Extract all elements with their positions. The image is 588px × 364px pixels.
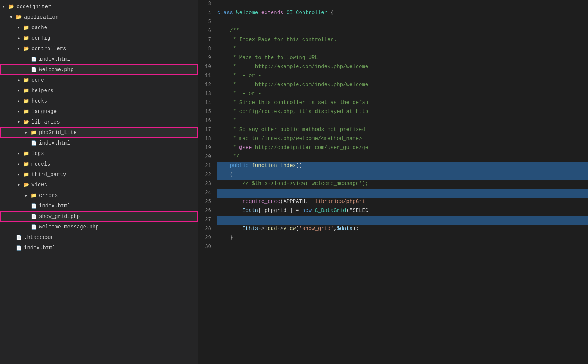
- tree-item-hooks[interactable]: hooks: [0, 96, 198, 106]
- tree-arrow-libraries[interactable]: [15, 120, 22, 124]
- folder-icon: [15, 14, 22, 20]
- tree-item-index-html-ctrl[interactable]: index.html: [0, 54, 198, 64]
- tree-item-cache[interactable]: cache: [0, 22, 198, 33]
- tree-item-label: libraries: [31, 119, 60, 125]
- folder-icon: [7, 4, 15, 10]
- code-line-18: 18 * map to /index.php/welcome/<method_n…: [198, 135, 588, 144]
- code-line-5: 5: [198, 18, 588, 27]
- code-editor: 3 4 class Welcome extends CI_Controller …: [198, 0, 588, 364]
- tree-item-label: codeigniter: [16, 4, 51, 10]
- code-line-7: 7 * Index Page for this controller.: [198, 36, 588, 45]
- tree-item-index-html-root[interactable]: index.html: [0, 243, 198, 253]
- folder-icon: [22, 88, 30, 94]
- code-line-10: 10 * http://example.com/index.php/welcom…: [198, 63, 588, 72]
- code-line-14: 14 * Since this controller is set as the…: [198, 99, 588, 108]
- tree-item-label: config: [31, 35, 50, 41]
- tree-item-label: show_grid.php: [39, 213, 80, 219]
- folder-icon: [30, 130, 37, 136]
- tree-item-index-html-views[interactable]: index.html: [0, 201, 198, 211]
- tree-arrow-logs[interactable]: [15, 151, 22, 156]
- file-icon: [15, 235, 22, 240]
- tree-arrow-cache[interactable]: [15, 25, 22, 30]
- tree-item-index-html-lib[interactable]: index.html: [0, 138, 198, 148]
- code-line-26: 26 $data['phpgrid'] = new C_DataGrid("SE…: [198, 207, 588, 216]
- tree-item-label: welcome_message.php: [39, 224, 99, 230]
- code-line-23: 23 // $this->load->view('welcome_message…: [198, 180, 588, 189]
- tree-item-label: models: [31, 161, 50, 167]
- tree-item-helpers[interactable]: helpers: [0, 85, 198, 96]
- code-line-9: 9 * Maps to the following URL: [198, 54, 588, 63]
- tree-item-phpgrid-lite[interactable]: phpGrid_Lite: [0, 127, 198, 138]
- tree-item-codeigniter[interactable]: codeigniter: [0, 1, 198, 12]
- folder-icon: [22, 98, 30, 104]
- code-line-16: 16 *: [198, 117, 588, 126]
- code-line-29: 29 }: [198, 234, 588, 243]
- tree-arrow-phpgrid-lite[interactable]: [22, 130, 30, 135]
- tree-item-label: index.html: [39, 56, 70, 62]
- tree-arrow-config[interactable]: [15, 36, 22, 40]
- tree-arrow-language[interactable]: [15, 109, 22, 114]
- code-line-6: 6 /**: [198, 27, 588, 36]
- tree-item-application[interactable]: application: [0, 12, 198, 22]
- tree-item-errors[interactable]: errors: [0, 190, 198, 201]
- tree-item-label: logs: [31, 151, 44, 157]
- tree-item-label: cache: [31, 25, 47, 31]
- tree-item-show-grid-php[interactable]: show_grid.php: [0, 211, 198, 222]
- folder-icon: [22, 46, 30, 52]
- tree-arrow-views[interactable]: [15, 183, 22, 187]
- tree-arrow-third-party[interactable]: [15, 172, 22, 177]
- tree-arrow-controllers[interactable]: [15, 47, 22, 51]
- folder-icon: [22, 151, 30, 157]
- tree-item-label: hooks: [31, 98, 47, 104]
- tree-item-label: phpGrid_Lite: [39, 130, 77, 136]
- tree-arrow-codeigniter[interactable]: [0, 5, 7, 9]
- file-icon: [30, 224, 37, 230]
- tree-item-label: helpers: [31, 88, 54, 94]
- tree-item-views[interactable]: views: [0, 180, 198, 190]
- file-icon: [30, 203, 37, 209]
- tree-item-welcome-php[interactable]: Welcome.php: [0, 64, 198, 75]
- tree-item-language[interactable]: language: [0, 106, 198, 117]
- file-icon: [30, 140, 37, 146]
- code-line-8: 8 *: [198, 45, 588, 54]
- folder-icon: [22, 25, 30, 31]
- tree-item-controllers[interactable]: controllers: [0, 43, 198, 54]
- file-tree: codeigniterapplicationcacheconfigcontrol…: [0, 0, 198, 364]
- tree-item-label: application: [24, 14, 58, 20]
- tree-item-models[interactable]: models: [0, 159, 198, 169]
- tree-item-libraries[interactable]: libraries: [0, 117, 198, 127]
- tree-arrow-helpers[interactable]: [15, 88, 22, 93]
- folder-icon: [22, 35, 30, 41]
- code-line-17: 17 * So any other public methods not pre…: [198, 126, 588, 135]
- code-line-19: 19 * @see http://codeigniter.com/user_gu…: [198, 144, 588, 153]
- tree-item-label: index.html: [24, 245, 55, 251]
- tree-item-htaccess[interactable]: .htaccess: [0, 232, 198, 243]
- tree-item-label: errors: [39, 192, 58, 198]
- code-line-24: 24: [198, 189, 588, 198]
- tree-item-logs[interactable]: logs: [0, 148, 198, 159]
- tree-item-welcome-message-php[interactable]: welcome_message.php: [0, 222, 198, 232]
- tree-arrow-application[interactable]: [7, 15, 15, 19]
- tree-item-label: third_party: [31, 172, 66, 178]
- file-icon: [30, 67, 37, 73]
- code-line-21: 21 public function index(): [198, 162, 588, 171]
- tree-item-label: index.html: [39, 140, 70, 146]
- tree-arrow-core[interactable]: [15, 78, 22, 82]
- file-icon: [30, 214, 37, 219]
- tree-item-config[interactable]: config: [0, 33, 198, 43]
- tree-arrow-models[interactable]: [15, 162, 22, 166]
- tree-arrow-hooks[interactable]: [15, 99, 22, 103]
- tree-item-label: core: [31, 77, 44, 83]
- code-line-20: 20 */: [198, 153, 588, 162]
- tree-item-label: views: [31, 182, 47, 188]
- code-content: 3 4 class Welcome extends CI_Controller …: [198, 0, 588, 252]
- folder-icon: [22, 109, 30, 115]
- code-line-27: 27: [198, 216, 588, 225]
- code-line-12: 12 * http://example.com/index.php/welcom…: [198, 81, 588, 90]
- tree-arrow-errors[interactable]: [22, 193, 30, 198]
- folder-icon: [22, 172, 30, 178]
- tree-item-label: language: [31, 109, 57, 115]
- folder-icon: [30, 192, 37, 198]
- tree-item-core[interactable]: core: [0, 75, 198, 85]
- tree-item-third-party[interactable]: third_party: [0, 169, 198, 180]
